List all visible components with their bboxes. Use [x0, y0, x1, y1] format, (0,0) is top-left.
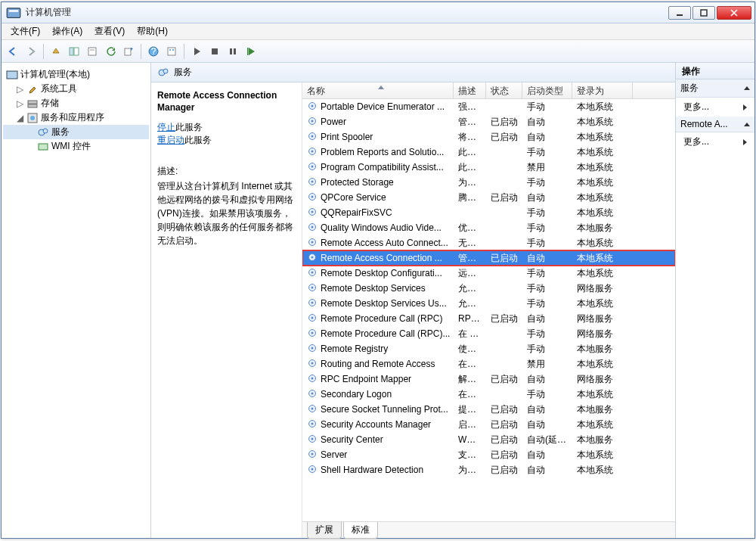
forward-button[interactable] [23, 43, 39, 60]
expand-icon[interactable]: ▷ [16, 85, 24, 93]
refresh-button[interactable] [102, 43, 119, 60]
restart-service-link[interactable]: 重启动 [157, 135, 184, 145]
cell-name: Secure Socket Tunneling Prot... [302, 403, 454, 416]
menu-action[interactable]: 操作(A) [46, 23, 88, 39]
export-button[interactable] [120, 43, 137, 60]
actions-more-1[interactable]: 更多... [676, 98, 754, 117]
service-row[interactable]: Security CenterWSC...已启动自动(延迟...本地服务 [302, 432, 675, 447]
menu-view[interactable]: 查看(V) [88, 23, 131, 39]
back-button[interactable] [5, 43, 21, 60]
service-row[interactable]: Remote Desktop Services Us...允许...手动本地系统 [302, 296, 675, 311]
cell-status: 已启动 [486, 116, 522, 129]
service-row[interactable]: Program Compatibility Assist...此服...禁用本地… [302, 160, 675, 175]
service-row[interactable]: Remote Access Connection ...管理...已启动自动本地… [302, 250, 675, 266]
tree-root[interactable]: 计算机管理(本地) [3, 67, 149, 82]
actions-pane: 操作 服务 更多... Remote A... 更多... [676, 63, 754, 538]
cell-start: 手动 [522, 146, 572, 159]
col-desc[interactable]: 描述 [454, 82, 486, 98]
col-status[interactable]: 状态 [486, 82, 522, 98]
start-service-button[interactable] [188, 43, 205, 60]
gear-icon [307, 388, 318, 401]
tree-system-tools[interactable]: ▷ 系统工具 [3, 82, 149, 96]
tree-wmi[interactable]: WMI 控件 [3, 139, 149, 154]
col-start[interactable]: 启动类型 [522, 82, 572, 98]
service-row[interactable]: Quality Windows Audio Vide...优质 ...手动本地服… [302, 220, 675, 235]
cell-logon: 网络服务 [572, 373, 625, 386]
service-row[interactable]: Protected Storage为敏...手动本地系统 [302, 175, 675, 190]
tab-extended[interactable]: 扩展 [307, 522, 342, 539]
show-hide-tree-button[interactable] [66, 43, 82, 60]
cell-logon: 本地服务 [572, 222, 625, 235]
svg-point-55 [311, 301, 314, 303]
maximize-button[interactable] [692, 6, 715, 20]
up-button[interactable] [48, 43, 64, 60]
properties-button[interactable] [84, 43, 101, 60]
service-name: Portable Device Enumerator ... [321, 101, 445, 112]
cell-desc: 远程... [454, 267, 486, 280]
tree-storage[interactable]: ▷ 存储 [3, 96, 149, 110]
actions-remote-section[interactable]: Remote A... [676, 117, 754, 132]
service-row[interactable]: Routing and Remote Access在局...禁用本地系统 [302, 356, 675, 372]
cell-logon: 本地系统 [572, 418, 625, 431]
cell-logon: 本地系统 [572, 449, 625, 462]
filter-button[interactable] [163, 43, 180, 60]
actions-more-2[interactable]: 更多... [676, 132, 754, 151]
stop-service-link[interactable]: 停止 [157, 122, 175, 132]
service-row[interactable]: Remote Procedure Call (RPC)RPC...已启动自动网络… [302, 311, 675, 326]
svg-point-24 [43, 129, 48, 133]
service-name: QPCore Service [321, 192, 386, 203]
cell-name: Remote Access Connection ... [302, 252, 454, 265]
svg-rect-7 [90, 49, 94, 51]
expand-icon[interactable]: ▷ [16, 99, 24, 107]
actions-header: 操作 [676, 63, 754, 79]
cell-desc: 启动... [454, 418, 486, 431]
cell-name: Power [302, 116, 454, 129]
svg-point-63 [311, 362, 314, 364]
tree-services[interactable]: 服务 [3, 125, 149, 139]
collapse-icon[interactable]: ◢ [16, 113, 24, 122]
tabs-bar: 扩展 标准 [302, 521, 675, 538]
service-row[interactable]: Remote Desktop Services允许...手动网络服务 [302, 281, 675, 296]
restart-service-button[interactable] [243, 43, 259, 60]
actions-services-section[interactable]: 服务 [676, 79, 754, 98]
tree-wmi-label: WMI 控件 [51, 140, 91, 153]
gear-icon [307, 222, 318, 235]
service-row[interactable]: Print Spooler将文...已启动自动本地系统 [302, 129, 675, 145]
cell-name: Security Accounts Manager [302, 418, 454, 431]
service-row[interactable]: Portable Device Enumerator ...强制...手动本地系… [302, 99, 675, 114]
service-row[interactable]: Server支持...已启动自动本地系统 [302, 447, 675, 462]
service-row[interactable]: Shell Hardware Detection为自...已启动自动本地系统 [302, 462, 675, 477]
cell-name: Protected Storage [302, 176, 454, 189]
service-list[interactable]: Portable Device Enumerator ...强制...手动本地系… [302, 99, 675, 521]
service-row[interactable]: RPC Endpoint Mapper解析 ...已启动自动网络服务 [302, 372, 675, 387]
menu-help[interactable]: 帮助(H) [131, 23, 174, 39]
service-row[interactable]: Secondary Logon在不...手动本地系统 [302, 387, 675, 402]
col-logon[interactable]: 登录为 [572, 82, 633, 98]
cell-logon: 本地系统 [572, 176, 625, 189]
minimize-button[interactable] [668, 6, 691, 20]
service-row[interactable]: Remote Registry使远...手动本地服务 [302, 341, 675, 356]
tree-services-apps[interactable]: ◢ 服务和应用程序 [3, 110, 149, 125]
wmi-icon [37, 141, 49, 153]
service-row[interactable]: QPCore Service腾讯...已启动自动本地系统 [302, 190, 675, 205]
service-row[interactable]: Remote Procedure Call (RPC)...在 W...手动网络… [302, 326, 675, 341]
cell-logon: 本地系统 [572, 131, 625, 144]
cell-status: 已启动 [486, 252, 522, 265]
stop-service-button[interactable] [206, 43, 223, 60]
tab-standard[interactable]: 标准 [343, 522, 378, 539]
service-row[interactable]: Security Accounts Manager启动...已启动自动本地系统 [302, 417, 675, 432]
service-row[interactable]: QQRepairFixSVC手动本地系统 [302, 205, 675, 220]
service-row[interactable]: Remote Access Auto Connect...无论...手动本地系统 [302, 235, 675, 250]
svg-rect-6 [88, 48, 96, 55]
menu-file[interactable]: 文件(F) [5, 23, 46, 39]
help-button[interactable]: ? [145, 43, 162, 60]
cell-name: Quality Windows Audio Vide... [302, 222, 454, 235]
service-name: Routing and Remote Access [321, 359, 435, 369]
service-row[interactable]: Problem Reports and Solutio...此服...手动本地系… [302, 145, 675, 160]
close-button[interactable] [717, 6, 751, 20]
pause-service-button[interactable] [225, 43, 241, 60]
service-row[interactable]: Power管理...已启动自动本地系统 [302, 114, 675, 129]
service-row[interactable]: Secure Socket Tunneling Prot...提供...已启动自… [302, 402, 675, 417]
service-row[interactable]: Remote Desktop Configurati...远程...手动本地系统 [302, 266, 675, 281]
col-name[interactable]: 名称 [302, 82, 454, 98]
